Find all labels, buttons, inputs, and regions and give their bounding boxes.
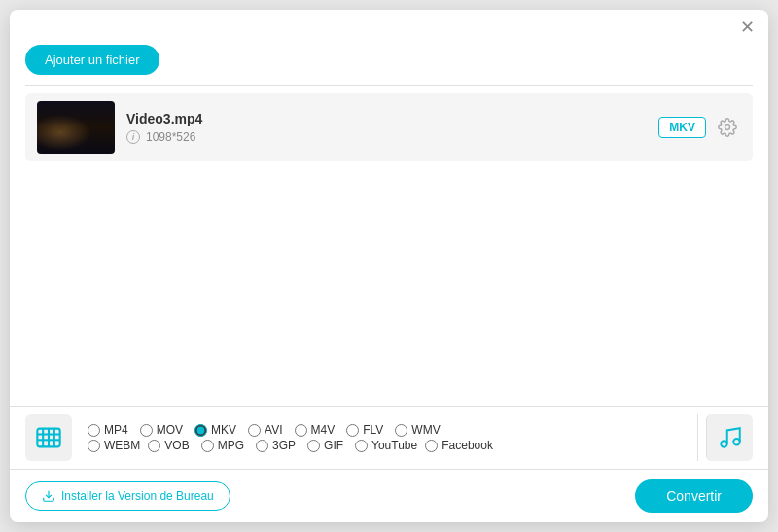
settings-icon[interactable] bbox=[714, 114, 741, 141]
svg-point-8 bbox=[733, 439, 740, 445]
format-option-youtube[interactable]: YouTube bbox=[355, 439, 417, 452]
install-button[interactable]: Installer la Version de Bureau bbox=[25, 481, 230, 511]
add-file-button[interactable]: Ajouter un fichier bbox=[25, 45, 159, 75]
format-option-mp4[interactable]: MP4 bbox=[88, 423, 128, 437]
format-option-webm[interactable]: WEBM bbox=[88, 439, 140, 452]
action-bar: Installer la Version de Bureau Convertir bbox=[10, 469, 768, 522]
install-label: Installer la Version de Bureau bbox=[61, 489, 214, 503]
format-option-mkv[interactable]: MKV bbox=[194, 423, 236, 437]
file-meta: i 1098*526 bbox=[126, 130, 647, 144]
info-icon: i bbox=[126, 130, 140, 144]
format-divider bbox=[697, 414, 698, 461]
audio-format-tab[interactable] bbox=[706, 414, 753, 461]
format-option-wmv[interactable]: WMV bbox=[395, 423, 440, 437]
format-selector: MP4 MOV MKV AVI M4V FLV bbox=[10, 407, 768, 469]
thumbnail-image bbox=[37, 101, 115, 154]
download-icon bbox=[42, 489, 55, 503]
svg-point-0 bbox=[725, 125, 730, 130]
main-dialog: ✕ Ajouter un fichier Video3.mp4 i 1098*5… bbox=[10, 10, 768, 522]
format-option-mpg[interactable]: MPG bbox=[201, 439, 244, 452]
close-button[interactable]: ✕ bbox=[737, 18, 757, 37]
video-format-tab[interactable] bbox=[25, 414, 72, 461]
format-option-mov[interactable]: MOV bbox=[140, 423, 183, 437]
format-option-flv[interactable]: FLV bbox=[346, 423, 383, 437]
file-item: Video3.mp4 i 1098*526 MKV bbox=[25, 93, 753, 161]
format-option-facebook[interactable]: Facebook bbox=[425, 439, 493, 452]
format-option-gif[interactable]: GIF bbox=[307, 439, 343, 452]
svg-point-7 bbox=[721, 441, 727, 447]
file-info: Video3.mp4 i 1098*526 bbox=[126, 111, 647, 144]
title-bar: ✕ bbox=[10, 10, 768, 41]
top-bar: Ajouter un fichier bbox=[10, 41, 768, 85]
convert-button[interactable]: Convertir bbox=[635, 479, 753, 513]
bottom-panel: MP4 MOV MKV AVI M4V FLV bbox=[10, 406, 768, 469]
format-option-m4v[interactable]: M4V bbox=[295, 423, 336, 437]
format-badge[interactable]: MKV bbox=[658, 117, 706, 138]
file-list: Video3.mp4 i 1098*526 MKV bbox=[10, 86, 768, 406]
format-option-avi[interactable]: AVI bbox=[248, 423, 282, 437]
file-resolution: 1098*526 bbox=[146, 130, 195, 144]
file-name: Video3.mp4 bbox=[126, 111, 647, 126]
file-thumbnail bbox=[37, 101, 115, 154]
format-option-vob[interactable]: VOB bbox=[148, 439, 189, 452]
file-actions: MKV bbox=[658, 114, 741, 141]
format-option-3gp[interactable]: 3GP bbox=[256, 439, 296, 452]
